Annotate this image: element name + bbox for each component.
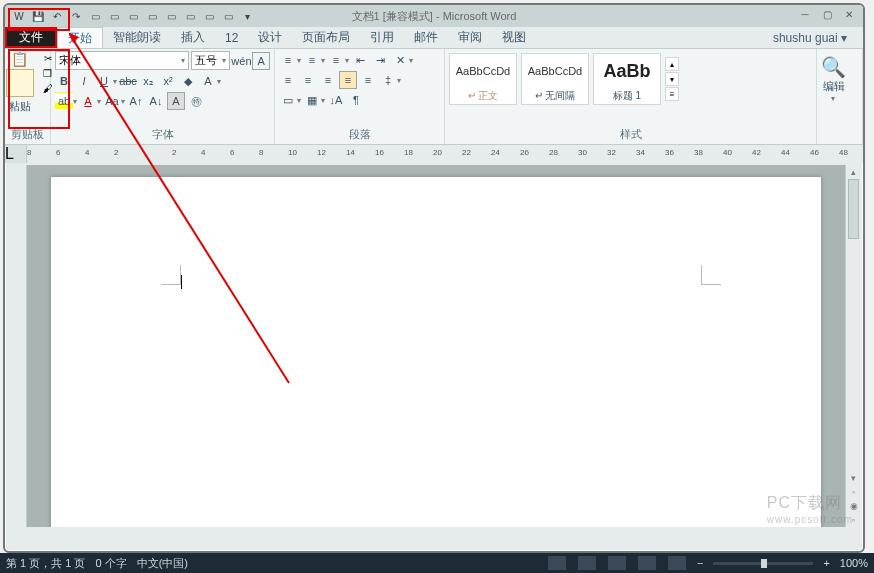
multilevel-button[interactable]: ≡ bbox=[327, 51, 345, 69]
tab-12[interactable]: 12 bbox=[215, 27, 248, 48]
tab-home[interactable]: 开始 bbox=[57, 27, 103, 48]
tab-insert[interactable]: 插入 bbox=[171, 27, 215, 48]
tab-layout[interactable]: 页面布局 bbox=[292, 27, 360, 48]
line-spacing-button[interactable]: ‡ bbox=[379, 71, 397, 89]
tab-view[interactable]: 视图 bbox=[492, 27, 536, 48]
tab-review[interactable]: 审阅 bbox=[448, 27, 492, 48]
zoom-slider[interactable] bbox=[713, 562, 813, 565]
underline-button[interactable]: U bbox=[95, 72, 113, 90]
save-icon[interactable]: 💾 bbox=[30, 8, 46, 24]
gallery-more-icon[interactable]: ≡ bbox=[665, 87, 679, 101]
tab-mailings[interactable]: 邮件 bbox=[404, 27, 448, 48]
qat-btn[interactable]: ▭ bbox=[87, 8, 103, 24]
gallery-down-icon[interactable]: ▾ bbox=[665, 72, 679, 86]
style-normal[interactable]: AaBbCcDd ↵ 正文 bbox=[449, 53, 517, 105]
tab-smart-read[interactable]: 智能朗读 bbox=[103, 27, 171, 48]
user-name[interactable]: shushu guai ▾ bbox=[757, 27, 863, 48]
font-name-select[interactable]: 宋体▾ bbox=[55, 51, 189, 70]
text-effects-icon[interactable]: A bbox=[199, 72, 217, 90]
zoom-out-icon[interactable]: − bbox=[697, 557, 703, 569]
group-styles: AaBbCcDd ↵ 正文 AaBbCcDd ↵ 无间隔 AaBb 标题 1 ▴… bbox=[445, 49, 817, 144]
view-read-mode-icon[interactable] bbox=[578, 556, 596, 570]
phonetic-guide-icon[interactable]: wén bbox=[232, 52, 250, 70]
qat-dropdown-icon[interactable]: ▾ bbox=[239, 8, 255, 24]
qat-btn[interactable]: ▭ bbox=[106, 8, 122, 24]
horizontal-ruler[interactable]: 8642246810121416182022242628303234363840… bbox=[27, 145, 863, 163]
style-heading1[interactable]: AaBb 标题 1 bbox=[593, 53, 661, 105]
show-marks-button[interactable]: ¶ bbox=[347, 91, 365, 109]
borders-button[interactable]: ▦ bbox=[303, 91, 321, 109]
align-center-button[interactable]: ≡ bbox=[299, 71, 317, 89]
font-color-button[interactable]: A bbox=[79, 92, 97, 110]
find-button[interactable]: 🔍 编辑 ▾ bbox=[821, 51, 846, 140]
tab-file[interactable]: 文件 bbox=[5, 27, 57, 48]
vertical-ruler[interactable] bbox=[7, 165, 27, 527]
shrink-font-button[interactable]: A↓ bbox=[147, 92, 165, 110]
change-case-button[interactable]: Aa bbox=[103, 92, 121, 110]
qat-btn[interactable]: ▭ bbox=[125, 8, 141, 24]
ribbon-tabs: 文件 开始 智能朗读 插入 12 设计 页面布局 引用 邮件 审阅 视图 shu… bbox=[5, 27, 863, 49]
prev-page-icon[interactable]: ◦ bbox=[846, 485, 861, 499]
highlight-button[interactable]: ab bbox=[55, 92, 73, 110]
clipboard-icon bbox=[6, 69, 34, 97]
group-label-styles: 样式 bbox=[449, 125, 812, 144]
char-border-icon[interactable]: A bbox=[252, 52, 270, 70]
numbering-button[interactable]: ≡ bbox=[303, 51, 321, 69]
minimize-icon[interactable]: ─ bbox=[795, 7, 815, 21]
italic-button[interactable]: I bbox=[75, 72, 93, 90]
sort-button[interactable]: ↓A bbox=[327, 91, 345, 109]
increase-indent-button[interactable]: ⇥ bbox=[371, 51, 389, 69]
view-web-layout-icon[interactable] bbox=[608, 556, 626, 570]
page[interactable] bbox=[51, 177, 821, 527]
status-page[interactable]: 第 1 页，共 1 页 bbox=[6, 556, 85, 571]
align-left-button[interactable]: ≡ bbox=[279, 71, 297, 89]
justify-button[interactable]: ≡ bbox=[339, 71, 357, 89]
zoom-in-icon[interactable]: + bbox=[823, 557, 829, 569]
zoom-thumb[interactable] bbox=[761, 559, 767, 568]
status-words[interactable]: 0 个字 bbox=[95, 556, 126, 571]
char-shading-button[interactable]: A bbox=[167, 92, 185, 110]
view-outline-icon[interactable] bbox=[638, 556, 656, 570]
qat-btn[interactable]: ▭ bbox=[144, 8, 160, 24]
asian-layout-button[interactable]: ✕ bbox=[391, 51, 409, 69]
next-page-icon[interactable]: ◦ bbox=[846, 513, 861, 527]
gallery-up-icon[interactable]: ▴ bbox=[665, 57, 679, 71]
qat-btn[interactable]: ▭ bbox=[220, 8, 236, 24]
group-label-font: 字体 bbox=[55, 125, 270, 144]
style-nospacing[interactable]: AaBbCcDd ↵ 无间隔 bbox=[521, 53, 589, 105]
view-draft-icon[interactable] bbox=[668, 556, 686, 570]
bullets-button[interactable]: ≡ bbox=[279, 51, 297, 69]
shading-button[interactable]: ▭ bbox=[279, 91, 297, 109]
vertical-scrollbar[interactable]: ▴ ▾ ◦ ◉ ◦ bbox=[845, 165, 861, 527]
close-icon[interactable]: ✕ bbox=[839, 7, 859, 21]
tab-references[interactable]: 引用 bbox=[360, 27, 404, 48]
enclose-char-button[interactable]: ㊕ bbox=[187, 92, 205, 110]
scroll-pane[interactable] bbox=[27, 165, 845, 527]
tab-design[interactable]: 设计 bbox=[248, 27, 292, 48]
undo-icon[interactable]: ↶ bbox=[49, 8, 65, 24]
view-print-layout-icon[interactable] bbox=[548, 556, 566, 570]
clear-format-icon[interactable]: ◆ bbox=[179, 72, 197, 90]
superscript-button[interactable]: x² bbox=[159, 72, 177, 90]
browse-object-icon[interactable]: ◉ bbox=[846, 499, 861, 513]
distribute-button[interactable]: ≡ bbox=[359, 71, 377, 89]
bold-button[interactable]: B bbox=[55, 72, 73, 90]
grow-font-button[interactable]: A↑ bbox=[127, 92, 145, 110]
font-size-select[interactable]: 五号▾ bbox=[191, 51, 230, 70]
qat-btn[interactable]: ▭ bbox=[201, 8, 217, 24]
maximize-icon[interactable]: ▢ bbox=[817, 7, 837, 21]
scroll-down-icon[interactable]: ▾ bbox=[846, 471, 861, 485]
qat-btn[interactable]: ▭ bbox=[163, 8, 179, 24]
paste-button[interactable]: 📋 粘贴 bbox=[3, 51, 39, 125]
scroll-up-icon[interactable]: ▴ bbox=[846, 165, 861, 179]
strikethrough-button[interactable]: abc bbox=[119, 72, 137, 90]
status-language[interactable]: 中文(中国) bbox=[137, 556, 188, 571]
scroll-thumb[interactable] bbox=[848, 179, 859, 239]
subscript-button[interactable]: x₂ bbox=[139, 72, 157, 90]
qat-btn[interactable]: ▭ bbox=[182, 8, 198, 24]
zoom-level[interactable]: 100% bbox=[840, 557, 868, 569]
decrease-indent-button[interactable]: ⇤ bbox=[351, 51, 369, 69]
ruler-corner: L bbox=[5, 145, 27, 163]
redo-icon[interactable]: ↷ bbox=[68, 8, 84, 24]
align-right-button[interactable]: ≡ bbox=[319, 71, 337, 89]
